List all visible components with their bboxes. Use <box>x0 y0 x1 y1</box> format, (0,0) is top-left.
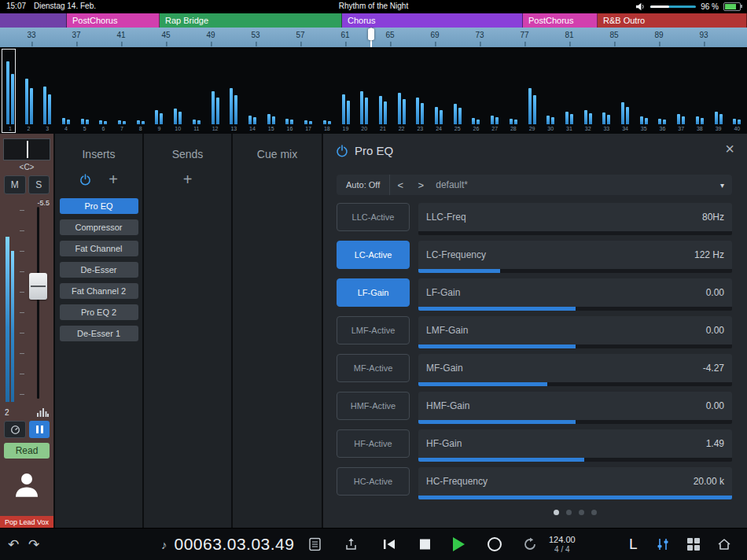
hold-button[interactable] <box>29 421 50 438</box>
overview-channel[interactable]: 10 <box>168 47 187 134</box>
grid-view-button[interactable] <box>687 538 700 551</box>
arrangement-section[interactable]: PostChorus <box>523 13 598 28</box>
preset-prev-button[interactable]: < <box>390 179 410 191</box>
undo-button[interactable]: ↶ <box>8 536 19 553</box>
loop-button[interactable] <box>522 538 538 551</box>
param-slider[interactable] <box>418 231 732 235</box>
overview-channel[interactable]: 29 <box>523 47 542 134</box>
param-control[interactable]: LC-Frequency122 Hz <box>418 241 732 269</box>
overview-channel[interactable]: 15 <box>262 47 281 134</box>
record-button[interactable] <box>488 537 502 551</box>
insert-slot[interactable]: Pro EQ 2 <box>60 304 138 320</box>
spectrum-icon[interactable] <box>37 408 49 417</box>
param-activate-button[interactable]: LMF-Active <box>337 316 410 344</box>
overview-channel[interactable]: 39 <box>709 47 728 134</box>
param-activate-button[interactable]: LLC-Active <box>337 203 410 231</box>
param-control[interactable]: HF-Gain1.49 <box>418 429 732 458</box>
overview-channel[interactable]: 26 <box>467 47 486 134</box>
page-dot[interactable] <box>554 510 559 515</box>
return-to-start-button[interactable] <box>382 539 396 550</box>
playhead[interactable] <box>370 28 372 47</box>
overview-channel[interactable]: 23 <box>410 47 429 134</box>
plugin-power-icon[interactable] <box>336 145 348 157</box>
overview-channel[interactable]: 27 <box>485 47 504 134</box>
arrangement-section[interactable] <box>0 13 67 28</box>
param-control[interactable]: HC-Frequency20.00 k <box>418 467 732 496</box>
mute-button[interactable]: M <box>4 175 26 194</box>
close-icon[interactable]: × <box>725 140 734 158</box>
layout-button[interactable]: L <box>629 536 638 553</box>
overview-channel[interactable]: 19 <box>337 47 355 134</box>
overview-channel[interactable]: 24 <box>429 47 448 134</box>
overview-channel[interactable]: 22 <box>392 47 411 134</box>
overview-channel[interactable]: 6 <box>94 47 113 134</box>
param-slider[interactable] <box>418 458 732 462</box>
tempo-display[interactable]: 124.00 4 / 4 <box>549 535 576 554</box>
preset-next-button[interactable]: > <box>410 179 431 191</box>
overview-channel[interactable]: 11 <box>187 47 206 134</box>
position-display[interactable]: ♪ 00063.03.03.49 <box>161 535 294 554</box>
param-control[interactable]: LF-Gain0.00 <box>418 278 732 307</box>
param-activate-button[interactable]: LC-Active <box>337 241 410 269</box>
overview-channel[interactable]: 13 <box>224 47 243 134</box>
param-slider[interactable] <box>418 496 732 499</box>
overview-channel[interactable]: 30 <box>541 47 560 134</box>
stop-button[interactable] <box>420 540 430 550</box>
add-send-button[interactable]: + <box>183 171 193 187</box>
overview-channel[interactable]: 37 <box>672 47 690 134</box>
play-button[interactable] <box>453 537 465 551</box>
param-activate-button[interactable]: HC-Active <box>337 467 410 496</box>
overview-channel[interactable]: 40 <box>727 47 746 134</box>
overview-channel[interactable]: 8 <box>131 47 150 134</box>
page-dot[interactable] <box>591 510 597 515</box>
redo-button[interactable]: ↷ <box>28 536 39 553</box>
automation-toggle[interactable]: Auto: Off <box>337 175 390 195</box>
home-button[interactable] <box>717 538 731 551</box>
overview-channel[interactable]: 34 <box>616 47 635 134</box>
preset-name[interactable]: default* <box>436 179 720 190</box>
overview-channel[interactable]: 14 <box>243 47 262 134</box>
page-dot[interactable] <box>579 510 584 515</box>
overview-channel[interactable]: 4 <box>57 47 75 134</box>
automation-mode-button[interactable]: Read <box>4 443 50 459</box>
mixer-view-button[interactable] <box>655 538 671 551</box>
track-icon[interactable] <box>0 468 53 501</box>
page-dot[interactable] <box>566 510 572 515</box>
arrangement-section[interactable]: Chorus <box>342 13 523 28</box>
arrangement-section[interactable]: R&B Outro <box>598 13 747 28</box>
fader-handle[interactable] <box>29 273 47 300</box>
power-icon[interactable] <box>79 174 91 186</box>
overview-channel[interactable]: 28 <box>504 47 523 134</box>
add-insert-button[interactable]: + <box>109 171 118 187</box>
param-control[interactable]: HMF-Gain0.00 <box>418 392 732 420</box>
overview-channel[interactable]: 9 <box>150 47 169 134</box>
save-export-icon[interactable] <box>344 538 358 551</box>
overview-channel[interactable]: 33 <box>598 47 616 134</box>
param-slider[interactable] <box>418 307 732 311</box>
overview-channel[interactable]: 20 <box>355 47 374 134</box>
param-slider[interactable] <box>418 382 732 386</box>
param-control[interactable]: MF-Gain-4.27 <box>418 354 732 382</box>
overview-channel[interactable]: 5 <box>75 47 94 134</box>
preset-dropdown-caret[interactable]: ▾ <box>720 181 724 190</box>
param-activate-button[interactable]: LF-Gain <box>337 278 410 307</box>
param-slider[interactable] <box>418 344 732 348</box>
insert-slot[interactable]: Fat Channel 2 <box>60 283 138 299</box>
insert-slot[interactable]: Compressor <box>60 219 138 235</box>
param-activate-button[interactable]: MF-Active <box>337 354 410 382</box>
insert-slot[interactable]: Fat Channel <box>60 241 138 256</box>
insert-slot[interactable]: Pro EQ <box>60 198 138 214</box>
insert-slot[interactable]: De-Esser <box>60 262 138 278</box>
timeline-ruler[interactable]: 33374145495357616569737781858993 <box>0 28 747 48</box>
arrangement-section[interactable]: PostChorus <box>67 13 160 28</box>
overview-channel[interactable]: 17 <box>299 47 318 134</box>
param-slider[interactable] <box>418 269 732 273</box>
overview-channel[interactable]: 16 <box>281 47 300 134</box>
param-activate-button[interactable]: HMF-Active <box>337 392 410 420</box>
pan-control[interactable] <box>3 138 50 160</box>
insert-slot[interactable]: De-Esser 1 <box>60 326 138 341</box>
overview-channel[interactable]: 32 <box>579 47 598 134</box>
overview-channel[interactable]: 18 <box>318 47 337 134</box>
overview-channel[interactable]: 2 <box>20 47 39 134</box>
param-activate-button[interactable]: HF-Active <box>337 429 410 458</box>
